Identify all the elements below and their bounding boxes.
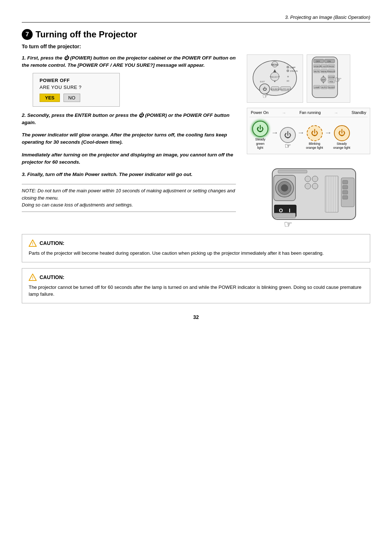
projector-switch-diagram: O I ☞ xyxy=(247,158,370,230)
svg-text:☞: ☞ xyxy=(262,93,268,100)
section-title-row: 7 Turning off the Projector xyxy=(22,29,370,40)
svg-rect-58 xyxy=(278,170,307,173)
svg-rect-66 xyxy=(343,191,348,194)
svg-point-80 xyxy=(312,176,318,182)
caution-label-1: CAUTION: xyxy=(40,240,64,246)
dialog-subtitle: ARE YOU SURE ? xyxy=(40,85,113,90)
fan-running-label: Fan running xyxy=(299,110,321,115)
caution-text-2: The projector cannot be turned off for 6… xyxy=(29,284,363,298)
svg-text:⊕: ⊕ xyxy=(287,75,289,78)
caution-header-1: ! CAUTION: xyxy=(29,239,363,247)
svg-rect-65 xyxy=(343,185,348,189)
svg-text:ZOOM: ZOOM xyxy=(328,76,335,78)
header-text: 3. Projecting an Image (Basic Operation) xyxy=(285,15,370,20)
svg-text:3D: 3D xyxy=(286,80,289,82)
step-2-note2: Immediately after turning on the project… xyxy=(22,151,236,166)
fan-power-circle: ⏻ xyxy=(280,127,296,143)
svg-point-20 xyxy=(287,70,289,72)
arrow-icon-2: → xyxy=(297,128,305,137)
svg-text:☞: ☞ xyxy=(284,219,292,230)
step3-text: 3. Finally, turn off the Main Power swit… xyxy=(22,171,236,178)
green-power-circle: ⏻ xyxy=(252,121,268,137)
step1-text: 1. First, press the ⏻ (POWER) button on … xyxy=(22,54,236,69)
yes-button[interactable]: YES xyxy=(40,94,60,102)
svg-text:SLEEP: SLEEP xyxy=(328,86,335,89)
caution-triangle-icon-2: ! xyxy=(29,274,37,281)
arrow-icon-1: → xyxy=(271,128,278,137)
svg-text:AUTO: AUTO xyxy=(321,86,327,89)
svg-text:LAMP: LAMP xyxy=(314,86,320,89)
caution-text-1: Parts of the projector will become heate… xyxy=(29,250,363,257)
section-title: Turning off the Projector xyxy=(36,29,137,40)
step-2: 2. Secondly, press the ENTER button or p… xyxy=(22,112,236,127)
indicator-power-on: ⏻ Steady greenlight xyxy=(251,121,270,150)
svg-text:!: ! xyxy=(32,276,33,280)
svg-text:LAMP: LAMP xyxy=(290,66,295,69)
projector-top-diagram: MENU SELECT ⊕ EXIT 3D xyxy=(247,54,303,103)
caution-triangle-icon-1: ! xyxy=(29,239,37,247)
section-number-badge: 7 xyxy=(22,29,33,40)
svg-point-81 xyxy=(305,183,311,189)
svg-point-62 xyxy=(281,184,288,192)
power-symbol-green: ⏻ xyxy=(257,125,264,133)
svg-text:PAGE: PAGE xyxy=(329,65,334,67)
power-symbol-blink: ⏻ xyxy=(311,129,318,137)
dialog-title: POWER OFF xyxy=(40,78,113,83)
blink-orange-circle: ⏻ xyxy=(307,125,323,141)
power-on-label: Power On xyxy=(251,110,269,115)
power-symbol-fan: ⏻ xyxy=(284,131,291,139)
blinking-orange-label: Blinkingorange light xyxy=(306,142,323,150)
dialog-buttons: YES NO xyxy=(40,94,113,102)
indicator-steady-orange: ⏻ Steadyorange light xyxy=(333,125,350,150)
svg-point-82 xyxy=(312,183,318,189)
steady-green-label: Steady greenlight xyxy=(251,138,270,150)
caution-label-2: CAUTION: xyxy=(40,274,64,280)
svg-point-18 xyxy=(287,66,289,68)
step-1: 1. First, press the ⏻ (POWER) button on … xyxy=(22,54,236,107)
svg-text:VOL: VOL xyxy=(329,81,333,83)
no-button[interactable]: NO xyxy=(64,94,80,102)
step-2-note1: The power indicator will glow orange. Af… xyxy=(22,131,236,146)
svg-point-79 xyxy=(305,176,311,182)
svg-text:!: ! xyxy=(32,242,33,246)
svg-text:EXIT: EXIT xyxy=(260,81,265,83)
svg-text:FREEZE: FREEZE xyxy=(327,70,335,73)
caution-box-2: ! CAUTION: The projector cannot be turne… xyxy=(22,268,370,303)
arrow-separator2: → xyxy=(334,110,338,115)
arrow-separator: → xyxy=(282,110,286,115)
step2-note2-text: Immediately after turning on the project… xyxy=(22,151,236,166)
indicator-status-section: Power On → Fan running → Standby ⏻ Stead… xyxy=(247,108,370,154)
page-number: 32 xyxy=(22,314,370,320)
indicator-icons: ⏻ Steady greenlight → ⏻ ☞ → xyxy=(249,119,368,152)
step2-text: 2. Secondly, press the ENTER button or p… xyxy=(22,112,236,127)
arrow-icon-3: → xyxy=(324,128,332,137)
svg-text:O: O xyxy=(279,208,283,213)
svg-text:MENU: MENU xyxy=(271,64,279,66)
svg-text:OFF: OFF xyxy=(316,60,320,62)
svg-rect-67 xyxy=(343,196,348,199)
svg-text:I: I xyxy=(289,208,290,213)
indicator-fan-running: ⏻ ☞ xyxy=(280,127,296,150)
note-section: NOTE: Do not turn off the main power wit… xyxy=(22,184,236,212)
power-symbol-orange: ⏻ xyxy=(338,129,346,137)
hand-icon-fan: ☞ xyxy=(285,142,291,150)
step2-note1-text: The power indicator will glow orange. Af… xyxy=(22,131,236,146)
svg-rect-64 xyxy=(343,180,348,184)
svg-text:SOURCE: SOURCE xyxy=(270,88,280,90)
section-subtitle: To turn off the projector: xyxy=(22,44,370,49)
step-3: 3. Finally, turn off the Main Power swit… xyxy=(22,171,236,178)
standby-label: Standby xyxy=(352,110,366,115)
svg-text:☞: ☞ xyxy=(335,75,342,84)
svg-text:MENU: MENU xyxy=(321,70,327,73)
svg-text:MUTE: MUTE xyxy=(314,70,320,73)
caution-header-2: ! CAUTION: xyxy=(29,274,363,281)
remote-control-diagram: OFF ON VIDEO PC-AUTO PAGE MUTE xyxy=(307,54,350,103)
caution-box-1: ! CAUTION: Parts of the projector will b… xyxy=(22,234,370,262)
left-column: 1. First, press the ⏻ (POWER) button on … xyxy=(22,54,236,230)
page-header: 3. Projecting an Image (Basic Operation) xyxy=(22,15,370,22)
svg-text:AUTO ADJ: AUTO ADJ xyxy=(280,88,291,90)
indicator-blinking-orange: ⏻ Blinkingorange light xyxy=(306,125,323,150)
svg-text:ENT: ENT xyxy=(322,79,325,81)
svg-text:SELECT: SELECT xyxy=(270,76,279,78)
note-text: NOTE: Do not turn off the main power wit… xyxy=(22,188,235,208)
